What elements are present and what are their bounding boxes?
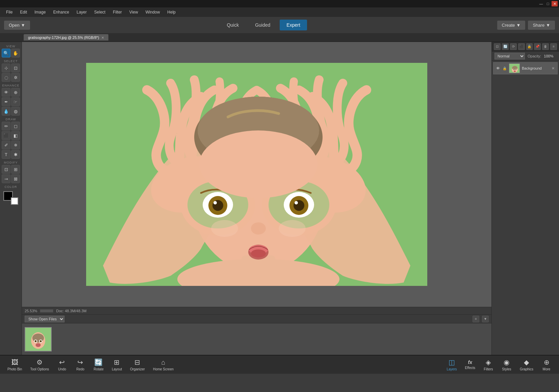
gradient-tool[interactable]: ◧ — [11, 131, 20, 140]
sponge-tool[interactable]: 💧 — [2, 107, 10, 116]
tab-close-button[interactable]: ✕ — [101, 36, 104, 40]
opacity-value: 100% — [544, 54, 553, 58]
photo-bin: Show Open Files ≡ ▼ — [22, 314, 491, 355]
styles-label: Styles — [502, 367, 511, 371]
photo-thumbnail[interactable] — [25, 327, 52, 351]
menu-window[interactable]: Window — [142, 8, 163, 16]
tool-options-button[interactable]: ⚙ Tool Options — [27, 357, 52, 372]
blend-mode-dropdown[interactable]: Normal — [494, 53, 525, 59]
menu-image[interactable]: Image — [31, 8, 49, 16]
expert-mode-button[interactable]: Expert — [280, 20, 307, 30]
share-button[interactable]: Share ▼ — [528, 21, 555, 30]
layout-button[interactable]: ⊞ Layout — [108, 357, 125, 372]
type-tool[interactable]: T — [2, 150, 10, 159]
zoom-level: 25.53% — [25, 309, 37, 313]
photo-bin-button[interactable]: 🖼 Photo Bin — [4, 357, 25, 372]
guided-mode-button[interactable]: Guided — [248, 20, 277, 30]
svg-point-32 — [35, 340, 37, 342]
draw-label: DRAW — [1, 118, 20, 121]
create-button[interactable]: Create ▼ — [497, 21, 526, 30]
recompose-tool[interactable]: ⊞ — [11, 165, 20, 174]
menu-file[interactable]: File — [3, 8, 16, 16]
healing-tool[interactable]: ⊕ — [11, 88, 20, 97]
red-eye-tool[interactable]: 👁 — [2, 88, 10, 97]
background-color[interactable] — [11, 197, 18, 205]
menu-help[interactable]: Help — [164, 8, 179, 16]
panel-options-button[interactable]: ≡ — [550, 43, 557, 50]
effects-icon: fx — [468, 360, 472, 365]
menu-layer[interactable]: Layer — [73, 8, 90, 16]
redo-icon: ↪ — [77, 358, 83, 366]
photo-bin-expand-button[interactable]: ▼ — [482, 316, 489, 322]
panel-icon-5[interactable]: 🔒 — [526, 43, 533, 50]
panel-icon-3[interactable]: ⟳ — [510, 43, 517, 50]
redo-button[interactable]: ↪ Redo — [72, 357, 89, 372]
clone-tool[interactable]: ✒ — [2, 97, 10, 106]
svg-point-26 — [211, 220, 238, 237]
effects-button[interactable]: fx Effects — [462, 358, 479, 371]
filters-button[interactable]: ◈ Filters — [480, 357, 497, 372]
quick-mode-button[interactable]: Quick — [220, 20, 246, 30]
menubar: File Edit Image Enhance Layer Select Fil… — [0, 7, 559, 17]
smudge-tool[interactable]: ☞ — [11, 97, 20, 106]
magic-wand-tool[interactable]: ✲ — [11, 73, 20, 82]
layer-delete-icon: ✕ — [551, 66, 555, 71]
enhance-label: ENHANCE — [1, 84, 20, 87]
custom-shape-tool[interactable]: ✱ — [11, 150, 20, 159]
canvas-wrapper[interactable] — [22, 42, 491, 307]
straighten-tool[interactable]: ⊸ — [2, 174, 10, 183]
tool-options-label: Tool Options — [30, 367, 49, 371]
move-tool[interactable]: ⊹ — [2, 64, 10, 72]
effects-label: Effects — [465, 366, 475, 370]
paint-bucket-tool[interactable]: ⬛ — [2, 131, 10, 140]
tabbar: gratisography-172H.jpg @ 25.5% (RGB/8*) … — [0, 33, 559, 42]
open-button[interactable]: Open ▼ — [4, 21, 30, 30]
menu-view[interactable]: View — [126, 8, 142, 16]
more-button[interactable]: ⊕ More — [538, 357, 555, 372]
panel-icon-4[interactable]: ⬛ — [518, 43, 525, 50]
menu-filter[interactable]: Filter — [109, 8, 125, 16]
panel-icon-6[interactable]: 📌 — [534, 43, 541, 50]
redo-label: Redo — [76, 367, 84, 371]
panel-icon-2[interactable]: 🔄 — [502, 43, 509, 50]
photo-bin-options-button[interactable]: ≡ — [473, 316, 479, 322]
eraser-tool[interactable]: ◻ — [11, 122, 20, 130]
home-screen-button[interactable]: ⌂ Home Screen — [150, 357, 177, 372]
colorize-tool[interactable]: ⊠ — [11, 174, 20, 183]
color-swatch[interactable] — [3, 191, 18, 205]
close-button[interactable]: ✕ — [552, 1, 558, 6]
menu-edit[interactable]: Edit — [17, 8, 30, 16]
svg-point-22 — [251, 249, 266, 258]
hand-tool[interactable]: ✋ — [11, 49, 20, 57]
organizer-button[interactable]: ⊟ Organizer — [127, 357, 148, 372]
layers-button[interactable]: ◫ Layers — [443, 357, 460, 372]
document-tab[interactable]: gratisography-172H.jpg @ 25.5% (RGB/8*) … — [24, 34, 108, 41]
rotate-button[interactable]: 🔄 Rotate — [90, 357, 107, 372]
svg-point-35 — [35, 343, 41, 347]
zoom-tool[interactable]: 🔍 — [2, 49, 10, 57]
maximize-button[interactable]: □ — [545, 1, 551, 6]
marquee-tool[interactable]: ⊡ — [11, 64, 20, 72]
styles-button[interactable]: ◉ Styles — [498, 357, 515, 372]
show-open-files-dropdown[interactable]: Show Open Files — [25, 316, 65, 322]
bottombar: 🖼 Photo Bin ⚙ Tool Options ↩ Undo ↪ Redo… — [0, 355, 559, 374]
color-replace-tool[interactable]: ✵ — [11, 141, 20, 149]
document-canvas[interactable] — [86, 63, 427, 286]
graphics-button[interactable]: ◆ Graphics — [516, 357, 537, 372]
undo-button[interactable]: ↩ Undo — [54, 357, 71, 372]
panel-icon-1[interactable]: ⊡ — [494, 43, 501, 50]
layers-label: Layers — [447, 367, 457, 371]
crop-tool[interactable]: ⊡ — [2, 165, 10, 174]
pencil-tool[interactable]: ✐ — [2, 141, 10, 149]
lasso-tool[interactable]: ◌ — [2, 73, 10, 82]
menu-select[interactable]: Select — [91, 8, 109, 16]
brush-tool[interactable]: ✏ — [2, 122, 10, 130]
panel-icon-del[interactable]: 🗑 — [542, 43, 549, 50]
svg-point-18 — [295, 201, 298, 204]
minimize-button[interactable]: — — [538, 1, 544, 6]
layer-item-background[interactable]: 👁 🔒 Background ✕ — [493, 62, 558, 74]
menu-enhance[interactable]: Enhance — [50, 8, 72, 16]
layout-label: Layout — [112, 367, 122, 371]
layer-visibility-toggle[interactable]: 👁 — [496, 66, 500, 71]
blur-tool[interactable]: ◍ — [11, 107, 20, 116]
